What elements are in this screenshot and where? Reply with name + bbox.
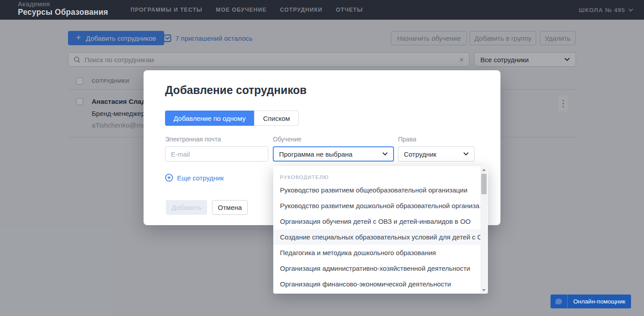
nav-item-my-training[interactable]: МОЕ ОБУЧЕНИЕ [216,7,267,13]
email-field[interactable] [165,146,268,162]
tab-add-list-label: Списком [263,115,290,122]
chat-bubble-icon [551,295,567,308]
dropdown-item[interactable]: Руководство развитием общеобразовательно… [273,182,480,198]
modal-tabs: Добавление по одному Списком [165,111,299,126]
tab-add-single[interactable]: Добавление по одному [165,111,254,126]
email-label: Электронная почта [165,136,221,143]
submit-label: Добавить [172,204,201,211]
top-nav: Академия Ресурсы Образования ПРОГРАММЫ И… [0,0,644,20]
nav-item-reports[interactable]: ОТЧЕТЫ [336,7,363,13]
logo-line-1: Академия [18,0,108,7]
cancel-button[interactable]: Отмена [212,200,248,215]
rights-select[interactable]: Сотрудник [398,146,475,162]
tab-add-list[interactable]: Списком [254,111,299,126]
nav-item-programs[interactable]: ПРОГРАММЫ И ТЕСТЫ [131,7,203,13]
chevron-down-icon [628,9,633,12]
dropdown-item[interactable]: Теория и методика воспитательной работы … [273,292,480,294]
dropdown-item-highlighted[interactable]: Создание специальных образовательных усл… [273,229,480,245]
chevron-down-icon [382,152,388,156]
scrollbar-thumb[interactable] [481,174,487,194]
dropdown-item[interactable]: Организация финансово-экономической деят… [273,276,480,292]
page: Академия Ресурсы Образования ПРОГРАММЫ И… [0,0,644,316]
dropdown-item[interactable]: Руководство развитием дошкольной образов… [273,198,480,214]
cancel-label: Отмена [218,204,242,211]
dropdown-item[interactable]: Организация обучения детей с ОВЗ и детей… [273,214,480,229]
online-helper-button[interactable]: Онлайн-помощник [551,295,631,308]
nav-item-employees[interactable]: СОТРУДНИКИ [280,7,322,13]
app-logo[interactable]: Академия Ресурсы Образования [18,3,108,17]
dropdown-item[interactable]: Организация административно-хозяйственно… [273,260,480,276]
modal-title: Добавление сотрудников [165,84,307,97]
training-label: Обучение [273,136,301,143]
online-helper-label: Онлайн-помощник [568,295,631,308]
training-select[interactable]: Программа не выбрана [273,146,394,162]
school-name: ШКОЛА № 495 [579,7,625,13]
rights-label: Права [398,136,416,143]
rights-value: Сотрудник [404,150,463,158]
add-more-label: Еще сотрудник [177,174,224,182]
dropdown-items: Руководство развитием общеобразовательно… [273,182,480,294]
chevron-down-icon [463,152,469,156]
scroll-up-icon[interactable] [480,167,487,173]
school-selector[interactable]: ШКОЛА № 495 [579,7,633,13]
add-more-employee-link[interactable]: Еще сотрудник [165,174,224,182]
dropdown-item[interactable]: Педагогика и методика дошкольного образо… [273,245,480,260]
training-value: Программа не выбрана [279,150,382,158]
nav-menu: ПРОГРАММЫ И ТЕСТЫ МОЕ ОБУЧЕНИЕ СОТРУДНИК… [131,7,363,13]
logo-line-2: Ресурсы Образования [18,9,108,17]
tab-add-single-label: Добавление по одному [174,115,246,122]
plus-circle-icon [165,174,173,182]
program-dropdown: РУКОВОДИТЕЛЮ Руководство развитием общео… [273,166,488,294]
dropdown-scrollbar[interactable] [480,167,487,293]
submit-button[interactable]: Добавить [166,200,207,215]
dropdown-group-label: РУКОВОДИТЕЛЮ [280,175,329,180]
scroll-down-icon[interactable] [480,287,487,293]
